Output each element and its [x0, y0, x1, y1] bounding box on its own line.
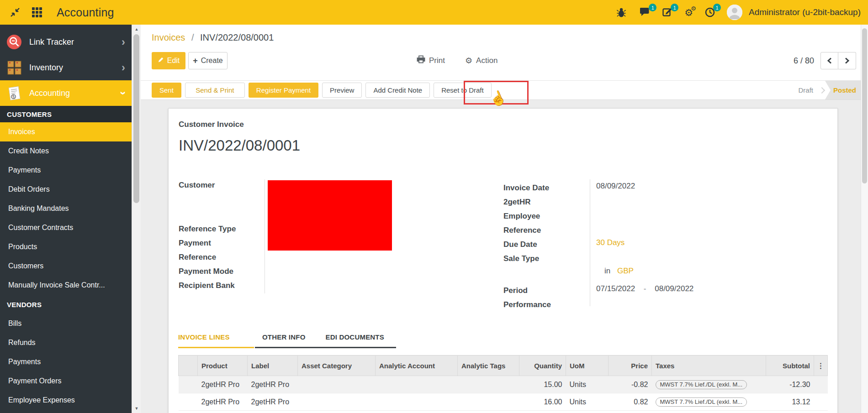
- cell-uom[interactable]: Units: [566, 393, 609, 411]
- stage-draft[interactable]: Draft: [798, 86, 813, 94]
- column-header-price[interactable]: Price: [609, 355, 652, 376]
- period-start[interactable]: 07/15/2022: [596, 284, 635, 293]
- page-scrollbar[interactable]: [861, 25, 868, 413]
- debug-bug-icon[interactable]: [614, 5, 628, 19]
- sidebar-item-customer-contracts[interactable]: Customer Contracts: [0, 218, 132, 237]
- table-row[interactable]: 2getHR Pro 2getHR Pro 15.00 Units -0.82 …: [179, 376, 828, 393]
- sidebar-item-refunds[interactable]: Refunds: [0, 333, 132, 352]
- scroll-up-icon[interactable]: ▲: [132, 26, 141, 33]
- sidebar-app-link-tracker[interactable]: Link Tracker ›: [0, 29, 132, 55]
- cell-subtotal[interactable]: 13.12: [766, 393, 814, 411]
- sale-type-label: Sale Type: [503, 251, 555, 266]
- sent-button[interactable]: Sent: [152, 83, 181, 98]
- table-row[interactable]: 2getHR Pro 2getHR Pro 16.00 Units 0.82 M…: [179, 393, 828, 411]
- pager-count: 6 / 80: [794, 56, 814, 66]
- print-menu[interactable]: Print: [417, 55, 445, 66]
- sidebar-app-label: Accounting: [29, 89, 122, 98]
- action-menu[interactable]: ⚙ Action: [465, 55, 498, 66]
- cell-product[interactable]: 2getHR Pro: [198, 393, 248, 411]
- column-header-label[interactable]: Label: [248, 355, 298, 376]
- send-and-print-button[interactable]: Send & Print: [185, 83, 245, 98]
- cell-label[interactable]: 2getHR Pro: [248, 376, 298, 393]
- column-header-product[interactable]: Product: [198, 355, 248, 376]
- currency-line: in GBP: [604, 267, 634, 276]
- sidebar-item-payments-vendors[interactable]: Payments: [0, 352, 132, 371]
- cell-analytic-account[interactable]: [376, 376, 458, 393]
- cell-label[interactable]: 2getHR Pro: [248, 393, 298, 411]
- sidebar-app-accounting[interactable]: $ Accounting ›: [0, 80, 132, 106]
- apps-grid-icon[interactable]: [30, 5, 44, 19]
- sidebar-item-banking-mandates[interactable]: Banking Mandates: [0, 199, 132, 218]
- optional-columns-icon[interactable]: ⋮: [814, 355, 828, 376]
- add-credit-note-button[interactable]: Add Credit Note: [365, 83, 430, 98]
- cell-asset-category[interactable]: [298, 393, 376, 411]
- tax-tag[interactable]: MWST 7.7% Lief./DL (exkl. M...: [656, 380, 747, 389]
- sidebar-item-products[interactable]: Products: [0, 237, 132, 256]
- column-header-analytic-account[interactable]: Analytic Account: [376, 355, 458, 376]
- column-header-uom[interactable]: UoM: [566, 355, 609, 376]
- sidebar-scrollbar-thumb[interactable]: [133, 34, 139, 203]
- plus-icon: +: [193, 56, 198, 66]
- sidebar-item-bills[interactable]: Bills: [0, 314, 132, 333]
- sidebar-scrollbar[interactable]: ▲ ▼: [132, 25, 141, 413]
- settings-gears-icon[interactable]: ⚙⚙: [684, 8, 693, 17]
- register-payment-button[interactable]: Register Payment: [249, 83, 318, 98]
- cell-asset-category[interactable]: [298, 376, 376, 393]
- sidebar-item-payments-customers[interactable]: Payments: [0, 161, 132, 180]
- cell-product[interactable]: 2getHR Pro: [198, 376, 248, 393]
- employee-label: 2getHR Employee: [503, 195, 547, 223]
- sidebar-item-employee-expenses[interactable]: Employee Expenses: [0, 391, 132, 410]
- scroll-down-icon[interactable]: ▼: [132, 405, 141, 412]
- edit-button[interactable]: Edit: [152, 52, 185, 69]
- previous-record-button[interactable]: [820, 52, 838, 69]
- activities-icon[interactable]: 1: [662, 7, 672, 17]
- period-end[interactable]: 08/09/2022: [655, 284, 693, 293]
- column-header-asset-category[interactable]: Asset Category: [298, 355, 376, 376]
- cell-subtotal[interactable]: -12.30: [766, 376, 814, 393]
- tab-other-info[interactable]: OTHER INFO: [262, 333, 306, 347]
- stage-posted[interactable]: Posted: [825, 81, 861, 99]
- sidebar-item-manually-invoice[interactable]: Manually Invoice Sale Contr...: [0, 276, 132, 295]
- cell-uom[interactable]: Units: [566, 376, 609, 393]
- sidebar-item-customers[interactable]: Customers: [0, 256, 132, 276]
- next-record-button[interactable]: [838, 52, 856, 69]
- user-avatar[interactable]: [727, 5, 742, 20]
- sidebar-app-inventory[interactable]: Inventory ›: [0, 55, 132, 80]
- cell-analytic-tags[interactable]: [458, 376, 519, 393]
- preview-button[interactable]: Preview: [322, 83, 362, 98]
- column-header-taxes[interactable]: Taxes: [652, 355, 766, 376]
- topbar-left: Accounting: [0, 5, 114, 19]
- due-date-value[interactable]: 30 Days: [596, 238, 625, 247]
- create-button[interactable]: + Create: [188, 52, 228, 69]
- cell-analytic-tags[interactable]: [458, 393, 519, 411]
- column-header-subtotal[interactable]: Subtotal: [766, 355, 814, 376]
- pencil-icon: [158, 57, 164, 65]
- due-date-label: Due Date: [503, 237, 555, 251]
- column-header-analytic-tags[interactable]: Analytic Tags: [458, 355, 519, 376]
- sidebar-item-invoices[interactable]: Invoices: [0, 122, 132, 141]
- cell-quantity[interactable]: 16.00: [519, 393, 566, 411]
- sidebar-item-debit-orders[interactable]: Debit Orders: [0, 180, 132, 199]
- gear-icon: ⚙: [465, 56, 472, 66]
- cell-price[interactable]: -0.82: [609, 376, 652, 393]
- tab-invoice-lines[interactable]: INVOICE LINES: [178, 333, 254, 348]
- sidebar-item-credit-notes[interactable]: Credit Notes: [0, 141, 132, 161]
- cell-analytic-account[interactable]: [376, 393, 458, 411]
- invoice-date-value[interactable]: 08/09/2022: [596, 182, 635, 191]
- messages-icon[interactable]: 1: [640, 7, 651, 17]
- cell-quantity[interactable]: 15.00: [519, 376, 566, 393]
- pager-buttons: [820, 52, 856, 69]
- column-header-quantity[interactable]: Quantity: [519, 355, 566, 376]
- notebook-tabs: INVOICE LINES OTHER INFO EDI DOCUMENTS: [178, 333, 396, 348]
- sidebar-item-payment-orders[interactable]: Payment Orders: [0, 371, 132, 391]
- page-scrollbar-thumb[interactable]: [862, 28, 867, 183]
- tab-edi-documents[interactable]: EDI DOCUMENTS: [326, 333, 384, 347]
- currency-link[interactable]: GBP: [617, 267, 634, 275]
- breadcrumb-invoices-link[interactable]: Invoices: [152, 32, 185, 42]
- cell-price[interactable]: 0.82: [609, 393, 652, 411]
- user-menu[interactable]: Administrator (u-2bit-backup): [749, 7, 861, 17]
- tax-tag[interactable]: MWST 7.7% Lief./DL (exkl. M...: [656, 397, 747, 407]
- reset-to-draft-button[interactable]: Reset to Draft: [434, 83, 492, 98]
- clock-icon[interactable]: 1: [705, 7, 715, 17]
- collapse-menu-icon[interactable]: [8, 5, 22, 19]
